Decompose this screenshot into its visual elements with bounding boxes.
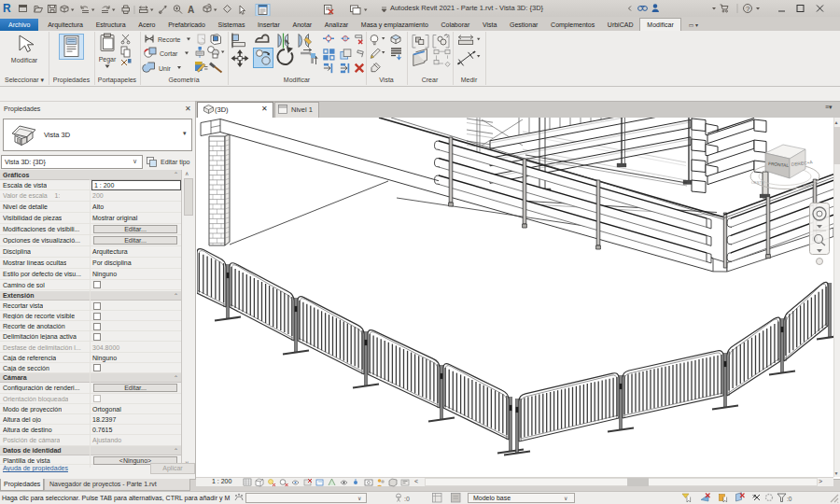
svg-text:?: ? xyxy=(746,5,750,13)
svg-text::0: :0 xyxy=(404,496,410,502)
svg-text:SUR: SUR xyxy=(803,183,811,188)
svg-text:Cortar: Cortar xyxy=(160,50,178,57)
svg-text::0: :0 xyxy=(787,496,792,502)
svg-text:Pegar: Pegar xyxy=(99,56,117,63)
svg-text:Unir: Unir xyxy=(159,65,172,72)
svg-text:Recorte: Recorte xyxy=(158,36,181,43)
svg-text:OESTE: OESTE xyxy=(751,180,764,185)
svg-text:Modificar: Modificar xyxy=(11,57,38,63)
